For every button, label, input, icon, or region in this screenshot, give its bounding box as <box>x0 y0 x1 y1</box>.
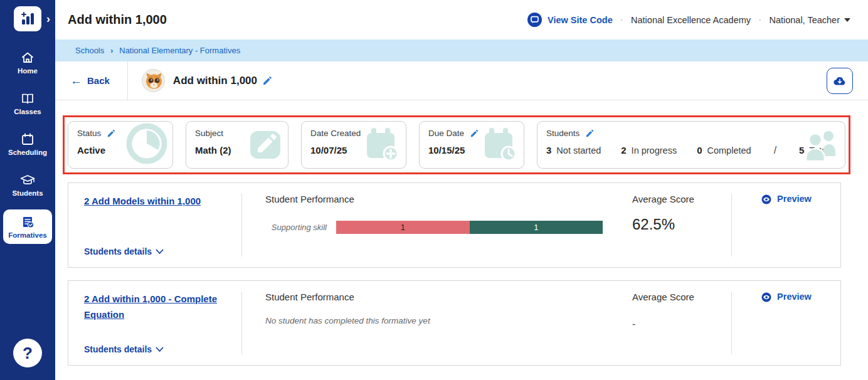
preview-button[interactable]: Preview <box>761 292 812 354</box>
sidebar-expand-chevron-icon[interactable]: › <box>46 13 50 24</box>
pencil-icon <box>107 129 116 138</box>
red-annotation-box: Status Active <box>63 115 850 174</box>
bar-chart-logo-icon <box>19 11 36 26</box>
logo-row: › <box>0 0 55 31</box>
caret-down-icon <box>844 18 850 22</box>
user-menu[interactable]: National, Teacher <box>769 15 850 25</box>
slash-separator: / <box>774 145 776 156</box>
stats-row: Status Active <box>68 121 845 169</box>
book-icon <box>20 91 35 106</box>
not-started-count: 3 <box>546 145 551 156</box>
performance-bar-row: Supporting skill 1 1 <box>265 221 632 234</box>
toolbar: ← Back Add within 1 <box>55 61 868 100</box>
formative-title: Add within 1,000 <box>173 75 257 87</box>
calendar-icon <box>20 132 35 147</box>
status-label: Status <box>77 129 101 138</box>
formative-card-complete-equation: 2 Add within 1,000 - Complete Equation S… <box>68 280 841 366</box>
question-mark-icon: ? <box>23 344 33 363</box>
calendar-clock-icon <box>480 124 519 166</box>
skill-label: Supporting skill <box>265 223 327 232</box>
edit-status-button[interactable] <box>107 129 116 138</box>
not-started-label: Not started <box>556 145 601 156</box>
pencil-icon <box>262 75 273 86</box>
edit-title-button[interactable] <box>262 75 273 86</box>
pencil-icon <box>585 129 595 138</box>
pencil-icon <box>470 129 479 138</box>
home-icon <box>20 50 35 65</box>
chevron-down-icon <box>156 347 164 352</box>
pencil-square-icon <box>248 126 283 164</box>
back-button[interactable]: ← Back <box>70 75 110 87</box>
back-arrow-icon: ← <box>70 75 82 87</box>
breadcrumb-current[interactable]: National Elementary - Formatives <box>119 46 240 55</box>
clock-pie-icon <box>126 123 167 167</box>
download-report-button[interactable] <box>827 68 853 94</box>
people-icon <box>803 126 840 164</box>
view-site-code-label: View Site Code <box>548 15 613 25</box>
in-progress-label: In progress <box>632 145 677 156</box>
sidebar-nav: Home Classes Scheduling <box>0 46 55 244</box>
sidebar-item-label: Students <box>12 189 43 197</box>
sidebar-item-label: Scheduling <box>8 149 47 156</box>
formative-link[interactable]: 2 Add within 1,000 - Complete Equation <box>84 292 234 323</box>
formatives-doc-check-icon <box>20 214 35 230</box>
performance-section: Student Performance Supporting skill 1 1 <box>242 194 632 256</box>
students-details-label: Students details <box>84 246 152 256</box>
cloud-download-icon <box>832 73 847 88</box>
breadcrumb-schools-link[interactable]: Schools <box>75 46 104 55</box>
formative-avatar <box>142 69 165 92</box>
sidebar-item-classes[interactable]: Classes <box>3 87 52 119</box>
eye-icon <box>761 292 772 303</box>
students-card: Students 3 Not started 2 In progress <box>537 121 845 169</box>
eye-icon <box>761 194 772 205</box>
formative-card-left: 2 Add within 1,000 - Complete Equation S… <box>68 292 241 354</box>
sidebar-item-label: Home <box>18 67 38 75</box>
date-created-card: Date Created 10/07/25 <box>301 121 406 169</box>
students-details-label: Students details <box>84 344 152 354</box>
calendar-plus-icon <box>362 124 401 166</box>
app: › Home Classes <box>0 0 868 380</box>
view-site-code-button[interactable]: View Site Code <box>527 12 613 28</box>
sidebar-item-label: Formatives <box>8 231 46 239</box>
sidebar: › Home Classes <box>0 0 55 380</box>
preview-button[interactable]: Preview <box>761 194 812 256</box>
edit-students-button[interactable] <box>585 129 595 138</box>
formative-list: 2 Add Models within 1,000 Students detai… <box>68 182 841 366</box>
breadcrumb: Schools › National Elementary - Formativ… <box>55 40 868 61</box>
edit-due-date-button[interactable] <box>470 129 479 138</box>
performance-heading: Student Performance <box>265 194 632 204</box>
back-label: Back <box>87 75 110 86</box>
toolbar-divider <box>127 61 128 100</box>
students-stats: 3 Not started 2 In progress 0 Completed … <box>546 145 836 156</box>
completed-label: Completed <box>707 145 751 156</box>
sidebar-item-home[interactable]: Home <box>3 46 52 78</box>
preview-section: Preview <box>732 194 840 256</box>
average-score-value: 62.5% <box>632 216 731 233</box>
formative-link[interactable]: 2 Add Models within 1,000 <box>84 194 234 209</box>
chat-bubble-icon <box>527 12 542 28</box>
formative-card-add-models: 2 Add Models within 1,000 Students detai… <box>68 182 841 268</box>
sidebar-item-students[interactable]: Students <box>3 169 52 201</box>
help-button[interactable]: ? <box>13 339 42 367</box>
students-details-toggle[interactable]: Students details <box>84 246 234 256</box>
average-score-section: Average Score 62.5% <box>632 194 731 256</box>
performance-stacked-bar: 1 1 <box>336 221 603 234</box>
average-score-heading: Average Score <box>632 292 731 302</box>
formative-card-left: 2 Add Models within 1,000 Students detai… <box>68 194 241 256</box>
performance-section: Student Performance No student has compl… <box>242 292 632 354</box>
in-progress-count: 2 <box>621 145 626 156</box>
sidebar-item-formatives[interactable]: Formatives <box>3 209 52 244</box>
date-created-label: Date Created <box>310 129 361 138</box>
content: Status Active <box>55 100 868 380</box>
app-logo[interactable] <box>14 6 41 31</box>
separator-dot: · <box>620 14 623 26</box>
separator-dot: · <box>758 14 761 26</box>
students-details-toggle[interactable]: Students details <box>84 344 234 354</box>
due-date-label: Due Date <box>428 129 464 138</box>
top-header: Add within 1,000 View Site Code · Nation… <box>55 0 868 40</box>
bar-segment-teal: 1 <box>470 221 603 234</box>
sidebar-item-scheduling[interactable]: Scheduling <box>3 128 52 160</box>
main-area: Add within 1,000 View Site Code · Nation… <box>55 0 868 380</box>
due-date-card: Due Date 10/15/25 <box>419 121 524 169</box>
page-title: Add within 1,000 <box>68 13 167 27</box>
